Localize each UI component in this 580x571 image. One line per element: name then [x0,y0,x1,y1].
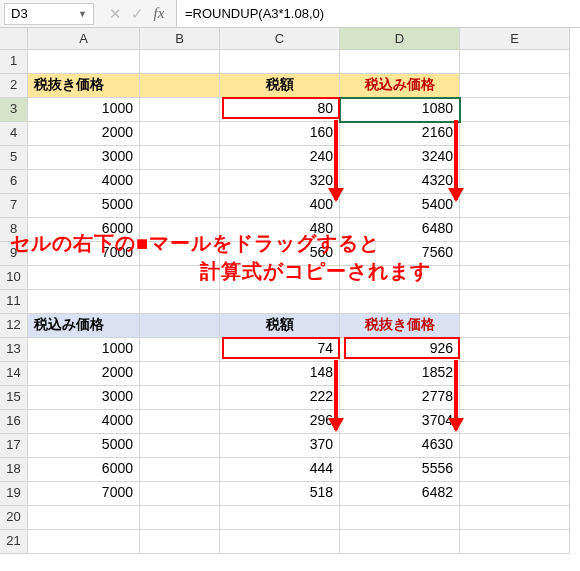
cell[interactable] [460,194,570,218]
row-header[interactable]: 11 [0,290,28,314]
cell[interactable] [140,122,220,146]
cell[interactable] [140,146,220,170]
cell[interactable] [340,290,460,314]
cell[interactable]: 370 [220,434,340,458]
cell[interactable] [140,458,220,482]
row-header[interactable]: 7 [0,194,28,218]
name-box-dropdown-icon[interactable]: ▼ [78,9,87,19]
active-cell[interactable]: 1080 [340,98,460,122]
cell[interactable] [28,290,140,314]
header-cell[interactable]: 税込み価格 [28,314,140,338]
row-header[interactable]: 20 [0,506,28,530]
row-header[interactable]: 16 [0,410,28,434]
formula-input[interactable] [176,0,580,27]
cell[interactable]: 4000 [28,410,140,434]
cell[interactable] [460,362,570,386]
cell[interactable] [460,242,570,266]
cell[interactable]: 6000 [28,458,140,482]
cell[interactable]: 160 [220,122,340,146]
col-header-b[interactable]: B [140,28,220,50]
cell[interactable] [460,290,570,314]
cell[interactable] [460,98,570,122]
cell[interactable]: 74 [220,338,340,362]
cell[interactable] [220,530,340,554]
col-header-a[interactable]: A [28,28,140,50]
row-header[interactable]: 10 [0,266,28,290]
cell[interactable] [220,506,340,530]
cell[interactable] [340,530,460,554]
fx-icon[interactable]: fx [150,5,168,22]
cell[interactable] [460,50,570,74]
row-header[interactable]: 4 [0,122,28,146]
cell[interactable]: 3000 [28,146,140,170]
row-header[interactable]: 21 [0,530,28,554]
header-cell[interactable]: 税抜き価格 [28,74,140,98]
cell[interactable]: 400 [220,194,340,218]
header-cell[interactable]: 税込み価格 [340,74,460,98]
cell[interactable]: 1852 [340,362,460,386]
cell[interactable] [460,74,570,98]
cell[interactable]: 2160 [340,122,460,146]
cell[interactable]: 4320 [340,170,460,194]
cell[interactable] [460,170,570,194]
row-header[interactable]: 14 [0,362,28,386]
cell[interactable] [28,530,140,554]
cell[interactable] [140,434,220,458]
cell[interactable]: 320 [220,170,340,194]
row-header[interactable]: 2 [0,74,28,98]
cell[interactable] [460,434,570,458]
col-header-e[interactable]: E [460,28,570,50]
cell[interactable] [140,290,220,314]
cell[interactable]: 2000 [28,362,140,386]
cell[interactable] [140,386,220,410]
cell[interactable] [140,338,220,362]
cell[interactable] [140,170,220,194]
cell[interactable] [340,506,460,530]
cell[interactable] [340,50,460,74]
cell[interactable] [460,410,570,434]
cell[interactable]: 4630 [340,434,460,458]
cell[interactable] [220,290,340,314]
cell[interactable] [460,314,570,338]
cell[interactable]: 148 [220,362,340,386]
cell[interactable] [140,506,220,530]
name-box[interactable]: D3 ▼ [4,3,94,25]
cell[interactable] [140,194,220,218]
cell[interactable] [460,386,570,410]
cell[interactable] [460,458,570,482]
header-cell[interactable]: 税抜き価格 [340,314,460,338]
cell[interactable]: 3240 [340,146,460,170]
row-header[interactable]: 5 [0,146,28,170]
cell[interactable] [460,482,570,506]
cell[interactable] [460,218,570,242]
cell[interactable] [460,266,570,290]
row-header[interactable]: 17 [0,434,28,458]
confirm-icon[interactable]: ✓ [128,5,146,23]
cell[interactable]: 5400 [340,194,460,218]
row-header[interactable]: 15 [0,386,28,410]
row-header[interactable]: 12 [0,314,28,338]
spreadsheet-grid[interactable]: A B C D E 1 2 税抜き価格 税額 税込み価格 3 1000 80 1… [0,28,580,554]
header-cell[interactable] [140,74,220,98]
cell[interactable]: 926 [340,338,460,362]
header-cell[interactable]: 税額 [220,314,340,338]
cell[interactable]: 7000 [28,482,140,506]
cell[interactable]: 296 [220,410,340,434]
cell[interactable] [460,146,570,170]
cell[interactable]: 1000 [28,98,140,122]
row-header[interactable]: 3 [0,98,28,122]
cell[interactable] [460,122,570,146]
cell[interactable]: 4000 [28,170,140,194]
cell[interactable]: 2000 [28,122,140,146]
select-all-corner[interactable] [0,28,28,50]
col-header-d[interactable]: D [340,28,460,50]
cell[interactable]: 222 [220,386,340,410]
cell[interactable]: 3704 [340,410,460,434]
row-header[interactable]: 19 [0,482,28,506]
cell[interactable] [140,410,220,434]
header-cell[interactable]: 税額 [220,74,340,98]
cell[interactable]: 80 [220,98,340,122]
cell[interactable]: 5556 [340,458,460,482]
cell[interactable] [140,362,220,386]
cell[interactable] [140,50,220,74]
